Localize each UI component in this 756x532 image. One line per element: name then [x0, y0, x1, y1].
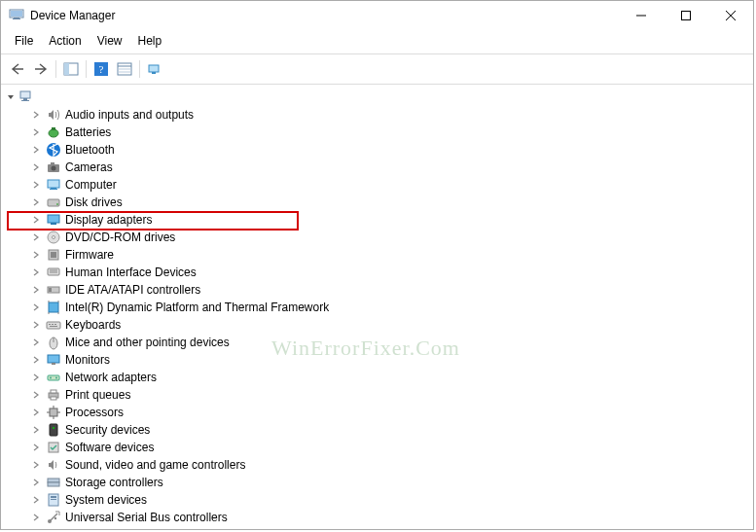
chevron-right-icon[interactable]: [30, 161, 42, 173]
device-category-label: Computer: [65, 178, 117, 192]
chevron-right-icon[interactable]: [30, 477, 42, 488]
chevron-right-icon[interactable]: [30, 442, 42, 453]
menu-file[interactable]: File: [7, 32, 41, 50]
tree-node[interactable]: Batteries: [30, 124, 751, 141]
tree-node[interactable]: Security devices: [30, 421, 751, 439]
tree-node[interactable]: Computer: [30, 176, 751, 194]
intel-icon: [46, 300, 61, 315]
svg-rect-20: [21, 100, 29, 101]
chevron-right-icon[interactable]: [30, 249, 42, 261]
svg-rect-1: [11, 11, 22, 17]
tree-node[interactable]: System devices: [30, 491, 751, 509]
show-hide-console-tree-button[interactable]: [60, 58, 82, 80]
svg-rect-27: [48, 180, 59, 188]
properties-button[interactable]: [114, 58, 135, 80]
tree-node[interactable]: Bluetooth: [30, 141, 751, 159]
chevron-right-icon[interactable]: [30, 424, 42, 436]
chevron-right-icon[interactable]: [30, 126, 42, 138]
svg-rect-61: [51, 390, 56, 393]
svg-rect-62: [51, 397, 56, 400]
minimize-button[interactable]: [619, 1, 664, 30]
svg-rect-26: [51, 162, 54, 164]
device-category-label: Bluetooth: [65, 143, 115, 157]
maximize-button[interactable]: [664, 1, 708, 30]
disk-icon: [46, 195, 61, 210]
tree-node[interactable]: Cameras: [30, 159, 751, 176]
tree-node[interactable]: Display adapters: [30, 211, 751, 229]
tree-node[interactable]: Storage controllers: [30, 474, 751, 491]
device-tree[interactable]: Audio inputs and outputs Batteries Bluet…: [1, 85, 753, 532]
chevron-right-icon[interactable]: [30, 354, 42, 366]
computer-icon: [46, 177, 61, 193]
chevron-right-icon[interactable]: [30, 512, 42, 523]
keyboard-icon: [46, 317, 61, 333]
chevron-right-icon[interactable]: [30, 459, 42, 471]
tree-node[interactable]: Mice and other pointing devices: [30, 334, 751, 351]
tree-node[interactable]: Processors: [30, 404, 751, 421]
tree-node[interactable]: Monitors: [30, 351, 751, 369]
svg-rect-48: [47, 322, 60, 329]
tree-node[interactable]: Human Interface Devices: [30, 264, 751, 281]
chevron-down-icon[interactable]: [5, 91, 17, 103]
tree-node[interactable]: Print queues: [30, 386, 751, 404]
chevron-right-icon[interactable]: [30, 301, 42, 313]
back-button[interactable]: [7, 58, 28, 80]
svg-rect-28: [51, 188, 56, 189]
chevron-right-icon[interactable]: [30, 389, 42, 401]
tree-node[interactable]: IDE ATA/ATAPI controllers: [30, 281, 751, 299]
svg-rect-5: [682, 12, 691, 20]
chevron-right-icon[interactable]: [30, 337, 42, 348]
svg-rect-72: [48, 482, 59, 486]
chevron-right-icon[interactable]: [30, 109, 42, 121]
svg-line-77: [50, 514, 57, 521]
device-manager-window: Device Manager File Action View Help ?: [0, 0, 754, 530]
chevron-right-icon[interactable]: [30, 196, 42, 208]
svg-point-35: [53, 236, 55, 239]
chevron-right-icon[interactable]: [30, 284, 42, 296]
speaker-icon: [46, 107, 61, 123]
device-category-label: Network adapters: [65, 371, 157, 384]
ide-icon: [46, 282, 61, 298]
chevron-right-icon[interactable]: [30, 231, 42, 243]
device-category-label: Batteries: [65, 125, 111, 139]
forward-button[interactable]: [30, 58, 52, 80]
window-title: Device Manager: [30, 9, 115, 22]
chevron-right-icon[interactable]: [30, 372, 42, 383]
chevron-right-icon[interactable]: [30, 144, 42, 156]
tree-node[interactable]: Keyboards: [30, 316, 751, 334]
tree-node[interactable]: Intel(R) Dynamic Platform and Thermal Fr…: [30, 299, 751, 316]
tree-node[interactable]: Sound, video and game controllers: [30, 456, 751, 474]
svg-point-58: [50, 377, 52, 379]
chevron-right-icon[interactable]: [30, 407, 42, 418]
tree-node[interactable]: DVD/CD-ROM drives: [30, 229, 751, 246]
tree-root-node[interactable]: [3, 89, 751, 106]
chevron-right-icon[interactable]: [30, 214, 42, 226]
close-button[interactable]: [708, 1, 753, 30]
svg-point-69: [53, 427, 54, 429]
tree-node[interactable]: Universal Serial Bus controllers: [30, 509, 751, 526]
menu-action[interactable]: Action: [41, 32, 89, 50]
device-category-label: Sound, video and game controllers: [65, 458, 245, 472]
tree-node[interactable]: Audio inputs and outputs: [30, 106, 751, 124]
menu-help[interactable]: Help: [130, 32, 170, 50]
tree-node[interactable]: Software devices: [30, 439, 751, 456]
tree-node[interactable]: Network adapters: [30, 369, 751, 386]
svg-point-25: [52, 166, 56, 171]
chevron-right-icon[interactable]: [30, 179, 42, 191]
svg-point-78: [54, 517, 56, 519]
scan-hardware-button[interactable]: [144, 58, 165, 80]
sound-icon: [46, 457, 61, 473]
system-icon: [46, 492, 61, 508]
menu-view[interactable]: View: [90, 32, 130, 50]
chevron-right-icon[interactable]: [30, 494, 42, 506]
chevron-right-icon[interactable]: [30, 319, 42, 331]
svg-rect-3: [13, 18, 20, 19]
chevron-right-icon[interactable]: [30, 266, 42, 278]
bluetooth-icon: [46, 142, 61, 158]
tree-node[interactable]: Firmware: [30, 246, 751, 264]
help-button[interactable]: ?: [90, 58, 112, 80]
tree-node[interactable]: Disk drives: [30, 194, 751, 211]
titlebar: Device Manager: [1, 1, 753, 30]
app-icon: [9, 7, 24, 25]
cpu-icon: [46, 405, 61, 420]
